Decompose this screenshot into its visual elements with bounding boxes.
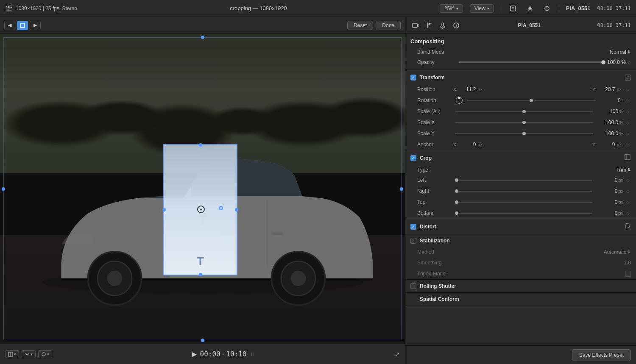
position-x-value[interactable]: 11.2 (459, 86, 476, 92)
blend-mode-chevron: ⇅ (628, 50, 631, 54)
pause-button[interactable]: ⏸ (250, 351, 255, 357)
scale-y-row: Scale Y 100.0 % ◇ (405, 128, 636, 139)
stabilization-checkbox[interactable] (410, 238, 416, 244)
crop-left-value[interactable]: 0 (594, 177, 617, 183)
rolling-shutter-section: Rolling Shutter (405, 280, 636, 293)
blend-mode-value-group[interactable]: Normal ⇅ (610, 49, 631, 55)
crop-left-label: Left (417, 177, 453, 183)
done-button[interactable]: Done (376, 21, 401, 30)
crop-right-slider[interactable] (455, 191, 592, 192)
crop-top-value[interactable]: 0 (594, 199, 617, 205)
crop-header[interactable]: Crop (405, 150, 636, 165)
frame-handle-top[interactable] (201, 36, 204, 39)
transform-checkbox[interactable] (410, 75, 416, 81)
position-reset-icon[interactable]: ◇ (625, 86, 631, 92)
crop-right-value[interactable]: 0 (594, 188, 617, 194)
rolling-shutter-checkbox[interactable] (410, 283, 416, 289)
crop-top-slider[interactable] (455, 202, 592, 203)
tripod-mode-checkbox (625, 271, 631, 277)
anchor-reset-icon[interactable]: ◇ (625, 142, 631, 147)
distort-action-icon[interactable] (624, 222, 631, 231)
anchor-x-value[interactable]: 0 (459, 142, 476, 147)
frame-handle-right[interactable] (400, 187, 403, 191)
fullscreen-button[interactable]: ⤢ (395, 351, 400, 358)
inspector-info-icon[interactable] (451, 20, 461, 31)
effects-tool-btn[interactable]: ▾ (38, 350, 52, 358)
crop-bottom-slider[interactable] (455, 213, 592, 214)
video-canvas[interactable]: T (0, 34, 405, 344)
inspector-video-icon[interactable] (410, 20, 421, 31)
view-button[interactable]: View ▾ (470, 4, 494, 13)
transform-tool-btn[interactable]: ▾ (5, 350, 19, 358)
trim-tool-btn[interactable]: ▾ (22, 350, 36, 358)
rotation-value[interactable]: 0 (597, 97, 621, 103)
play-button[interactable]: ▶ (192, 350, 197, 358)
crop-bottom-unit: px (618, 211, 623, 216)
inspector-btn-2[interactable] (525, 3, 535, 14)
zoom-selector[interactable]: 25% ▾ (440, 4, 463, 13)
opacity-reset-icon[interactable]: ◇ (628, 60, 631, 65)
rolling-shutter-header[interactable]: Rolling Shutter (405, 280, 636, 292)
scale-x-reset-icon[interactable]: ◇ (625, 119, 631, 125)
prev-frame-btn[interactable]: ◀ (4, 21, 15, 30)
timecode-display: 00:00 37:11 (597, 6, 631, 11)
inspector-panel: PIA_0551 00:00 37:11 Compositing Blend M… (405, 17, 636, 364)
frame-handle-bottom[interactable] (201, 339, 204, 342)
distort-checkbox[interactable] (410, 224, 416, 230)
top-bar: 🎬 1080×1920 | 25 fps, Stereo cropping — … (0, 0, 636, 17)
anchor-x-label: X (453, 142, 456, 147)
crop-bottom-reset-icon[interactable]: ◇ (625, 210, 631, 216)
scale-x-value[interactable]: 100.0 (595, 119, 618, 125)
crop-top-label: Top (417, 199, 453, 205)
crop-checkbox[interactable] (410, 155, 416, 161)
inspector-flag-icon[interactable] (424, 20, 434, 31)
scale-all-reset-icon[interactable]: ◇ (625, 108, 631, 114)
scale-y-value[interactable]: 100.0 (595, 131, 618, 136)
svg-point-10 (107, 271, 122, 286)
crop-top-reset-icon[interactable]: ◇ (625, 199, 631, 205)
scale-y-slider[interactable] (455, 133, 593, 134)
crop-type-value-group[interactable]: Trim ⇅ (616, 167, 631, 173)
scale-all-slider[interactable] (455, 111, 593, 112)
scale-x-unit: % (619, 120, 623, 125)
inspector-btn-3[interactable] (542, 3, 552, 14)
scale-all-value[interactable]: 100 (595, 108, 618, 114)
divider-1 (405, 69, 636, 69)
svg-rect-29 (625, 155, 630, 160)
crop-left-slider[interactable] (455, 180, 592, 181)
transform-header[interactable]: Transform □ (405, 71, 636, 84)
clip-name-label: PIA_0551 (566, 5, 591, 11)
stabilization-tripod-row: Tripod Mode (405, 268, 636, 279)
save-effects-preset-button[interactable]: Save Effects Preset (572, 349, 631, 361)
scale-y-reset-icon[interactable]: ◇ (625, 131, 631, 136)
anchor-y-value[interactable]: 0 (598, 142, 615, 147)
scale-x-slider[interactable] (455, 122, 593, 123)
inspector-btn-1[interactable] (508, 3, 518, 14)
crop-left-row: Left 0 px ◇ (405, 175, 636, 186)
frame-handle-left[interactable] (2, 187, 5, 191)
rotation-slider[interactable] (467, 100, 596, 101)
rotation-reset-icon[interactable]: ◇ (625, 97, 631, 103)
top-bar-left: 🎬 1080×1920 | 25 fps, Stereo (5, 5, 77, 12)
stabilization-header[interactable]: Stabilization (405, 234, 636, 247)
anchor-label: Anchor (417, 142, 453, 147)
rotation-unit: ° (622, 98, 623, 103)
stabilization-method-value-group: Automatic ⇅ (604, 249, 631, 255)
position-y-value[interactable]: 20.7 (598, 86, 615, 92)
distort-header[interactable]: Distort (405, 219, 636, 234)
crop-right-row: Right 0 px ◇ (405, 186, 636, 197)
crop-action-icon[interactable] (624, 154, 631, 162)
next-frame-btn[interactable]: ▶ (30, 21, 41, 30)
video-toolbar-right: Reset Done (347, 21, 401, 30)
crop-mode-btn[interactable] (17, 21, 28, 30)
rotation-indicator[interactable] (456, 97, 463, 104)
crop-bottom-value[interactable]: 0 (594, 210, 617, 216)
opacity-slider[interactable] (459, 61, 603, 63)
spatial-conform-header[interactable]: Spatial Conform (405, 293, 636, 306)
inspector-audio-icon[interactable] (438, 20, 448, 31)
crop-right-reset-icon[interactable]: ◇ (625, 188, 631, 194)
transform-expand-icon[interactable]: □ (625, 75, 631, 81)
crop-left-reset-icon[interactable]: ◇ (625, 177, 631, 183)
distort-section: Distort (405, 219, 636, 234)
reset-button[interactable]: Reset (347, 21, 373, 30)
